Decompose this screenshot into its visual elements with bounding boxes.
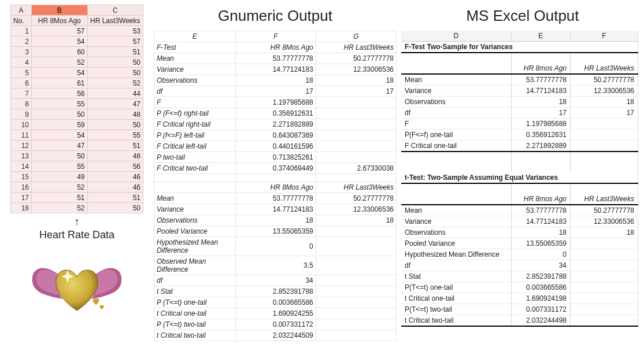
stat-label: df: [401, 260, 511, 271]
table-row: 115455: [11, 130, 143, 141]
stat-label: Variance: [154, 64, 236, 75]
stat-value-2: 12.33006536: [571, 86, 638, 97]
table-row: F Critical right-tail2.271892889: [154, 119, 397, 130]
stat-value-1: 14.77124183: [511, 86, 571, 97]
cell-hr8mos: 50: [32, 151, 88, 161]
stat-value-1: 14.77124183: [511, 216, 571, 227]
cell-no: 8: [11, 99, 32, 109]
stat-value-1: 17: [235, 86, 316, 97]
stat-value-1: 13.55065359: [235, 226, 316, 237]
cell-hrlast3w: 47: [87, 99, 143, 109]
table-row: df34: [401, 260, 638, 271]
table-row: 75644: [11, 88, 143, 99]
table-row: Variance14.7712418312.33006536: [154, 204, 397, 215]
stat-label: F Critical two-tail: [154, 163, 236, 174]
table-row: Variance14.7712418312.33006536: [401, 216, 638, 227]
table-row: P (T<=t) two-tail0.007331172: [154, 319, 397, 330]
table-row: 165246: [11, 182, 143, 193]
stat-value-2: 50.27777778: [571, 205, 638, 216]
table-row: 105950: [11, 120, 143, 130]
stat-value-1: 1.690924255: [235, 308, 316, 319]
gnu-blank-row: [154, 174, 397, 182]
table-row: 145556: [11, 161, 143, 172]
stat-label: df: [154, 86, 236, 97]
stat-value-2: [316, 130, 396, 141]
column-letter-row: A B C: [11, 5, 143, 16]
stat-value-2: 50.27777778: [571, 74, 638, 86]
stat-label: Mean: [154, 53, 236, 64]
xl-col-F: F: [571, 31, 638, 42]
cell-hrlast3w: 48: [87, 109, 143, 120]
cell-hr8mos: 54: [32, 130, 88, 141]
cell-no: 7: [11, 88, 32, 99]
heart-rate-caption: Heart Rate Data: [39, 229, 114, 241]
stat-value-1: 13.55065359: [511, 238, 571, 249]
table-row: df1717: [154, 86, 397, 97]
cell-hrlast3w: 50: [87, 120, 143, 130]
stat-label: t Critical one-tail: [154, 308, 236, 319]
stat-label: P (F<=f) right-tail: [154, 108, 236, 119]
column-header-row: No. HR 8Mos Ago HR Last3Weeks: [11, 16, 143, 26]
stat-value-2: [316, 108, 396, 119]
cell-hrlast3w: 50: [87, 203, 143, 213]
stat-value-2: 50.27777778: [316, 53, 396, 64]
cell-hr8mos: 55: [32, 161, 88, 172]
stat-value-1: 0: [511, 249, 571, 260]
xl-ttest-colhdr: HR 8mos Ago HR Last3Weeks: [401, 194, 638, 205]
stat-value-2: [316, 97, 396, 108]
stat-value-2: [316, 308, 396, 319]
stat-value-2: [571, 315, 638, 327]
xl-col-letters: D E F: [401, 31, 638, 42]
table-row: df34: [154, 275, 397, 286]
table-row: 154946: [11, 172, 143, 182]
table-row: P two-tail0.713825261: [154, 152, 397, 163]
excel-output-table: D E F F-Test Two-Sample for Variances HR…: [401, 31, 638, 327]
cell-no: 17: [11, 193, 32, 203]
cell-no: 6: [11, 78, 32, 88]
table-row: F Critical one-tail2.271892889: [401, 141, 638, 152]
stat-value-1: 34: [511, 260, 571, 271]
cell-hr8mos: 54: [32, 36, 88, 47]
table-row: Variance14.7712418312.33006536: [401, 86, 638, 97]
stat-label: t Stat: [154, 286, 236, 297]
table-row: Observations1818: [401, 227, 638, 238]
stat-value-2: [316, 286, 396, 297]
table-row: t Critical one-tail1.690924198: [401, 293, 638, 304]
gnu-ttest-header: HR 8Mos Ago HR Last3Weeks: [154, 182, 397, 193]
table-row: P(T<=t) one-tail0.003665586: [401, 282, 638, 293]
stat-value-1: 0.007331172: [511, 304, 571, 315]
stat-value-1: 18: [235, 75, 316, 86]
col-letter-B: B: [32, 5, 88, 16]
stat-value-1: 0.374069449: [235, 163, 316, 174]
table-row: P(F<=f) one-tail0.356912631: [401, 130, 638, 141]
cell-hr8mos: 61: [32, 78, 88, 88]
stat-value-2: 12.33006536: [316, 204, 396, 215]
table-row: Pooled Variance13.55065359: [154, 226, 397, 237]
stat-value-2: 18: [571, 97, 638, 108]
table-row: F1.197985688: [154, 97, 397, 108]
stat-value-1: 1.690924198: [511, 293, 571, 304]
cell-hr8mos: 55: [32, 99, 88, 109]
cell-hr8mos: 51: [32, 193, 88, 203]
cell-hr8mos: 47: [32, 141, 88, 151]
table-row: 45250: [11, 57, 143, 68]
stat-label: P(F<=f) one-tail: [401, 130, 511, 141]
table-row: t Stat2.852391788: [401, 271, 638, 282]
stat-label: Mean: [401, 205, 511, 216]
heart-rate-data-table: A B C No. HR 8Mos Ago HR Last3Weeks 1575…: [10, 5, 143, 213]
gnu-col-E: E: [154, 31, 236, 42]
table-row: F1.197985688: [401, 119, 638, 130]
cell-no: 12: [11, 141, 32, 151]
table-row: P (f<=F) left-tail0.643087369: [154, 130, 397, 141]
stat-value-1: 1.197985688: [511, 119, 571, 130]
stat-value-2: [571, 130, 638, 141]
hdr-no: No.: [11, 16, 32, 26]
stat-value-2: 18: [316, 75, 396, 86]
stat-value-1: 53.77777778: [235, 193, 316, 204]
stat-label: F Critical one-tail: [401, 141, 511, 152]
stat-value-1: 53.77777778: [511, 74, 571, 86]
stat-value-1: 0: [235, 237, 316, 256]
gnu-ftest-header: F-Test HR 8Mos Ago HR Last3Weeks: [154, 42, 397, 53]
cell-hrlast3w: 51: [87, 141, 143, 151]
stat-value-1: 1.197985688: [235, 97, 316, 108]
